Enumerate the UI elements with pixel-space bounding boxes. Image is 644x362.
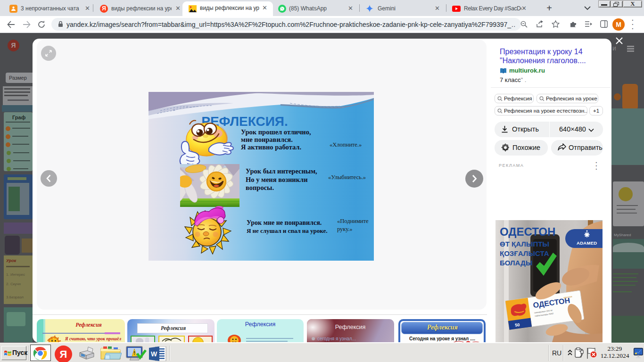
svg-text:W: W (151, 350, 157, 358)
svg-text:ОДЕСТОН: ОДЕСТОН (500, 225, 555, 238)
svg-text:Но у меня возникли: Но у меня возникли (246, 176, 308, 183)
svg-text:БОЛАДЫ: БОЛАДЫ (500, 259, 532, 267)
svg-text:ADAMED: ADAMED (577, 240, 597, 246)
svg-text:«Поднимите: «Поднимите (337, 218, 369, 224)
svg-text:Урок мне не понравился.: Урок мне не понравился. (247, 219, 322, 226)
svg-text:мне понравился.: мне понравился. (241, 136, 293, 143)
svg-text:ӨТ ҚАЛЫПТЫ: ӨТ ҚАЛЫПТЫ (500, 240, 549, 248)
svg-text:50: 50 (515, 322, 520, 328)
svg-text:руку.»: руку.» (337, 226, 353, 232)
svg-text:Я активно работал.: Я активно работал. (241, 143, 301, 151)
svg-text:!: ! (133, 350, 135, 356)
svg-text:Я не слушал и спал на уроке.: Я не слушал и спал на уроке. (247, 227, 327, 234)
svg-text:ҚОЗҒАЛЫСТА: ҚОЗҒАЛЫСТА (500, 249, 549, 257)
svg-text:«Улыбнитесь.»: «Улыбнитесь.» (328, 174, 366, 181)
svg-text:«Хлопните.»: «Хлопните.» (330, 141, 362, 148)
svg-text:Урок прошел отлично,: Урок прошел отлично, (241, 128, 311, 136)
svg-text:вопросы.: вопросы. (246, 184, 274, 191)
svg-text:Урок был интересным,: Урок был интересным, (246, 167, 317, 175)
